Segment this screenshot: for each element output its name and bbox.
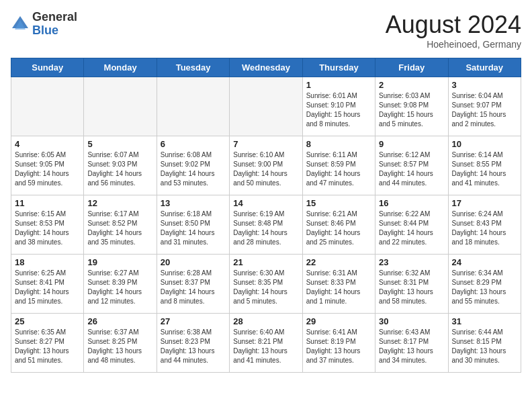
day-number: 23 bbox=[379, 257, 444, 267]
logo-blue: Blue bbox=[32, 24, 58, 37]
calendar-cell: 11Sunrise: 6:15 AM Sunset: 8:53 PM Dayli… bbox=[11, 195, 84, 255]
day-info: Sunrise: 6:03 AM Sunset: 9:08 PM Dayligh… bbox=[379, 91, 444, 129]
calendar-cell: 20Sunrise: 6:28 AM Sunset: 8:37 PM Dayli… bbox=[157, 255, 229, 314]
calendar-cell: 22Sunrise: 6:31 AM Sunset: 8:33 PM Dayli… bbox=[302, 255, 375, 314]
calendar-cell: 9Sunrise: 6:12 AM Sunset: 8:57 PM Daylig… bbox=[375, 136, 448, 195]
calendar-header: SundayMondayTuesdayWednesdayThursdayFrid… bbox=[11, 58, 521, 77]
day-number: 25 bbox=[15, 316, 80, 326]
day-info: Sunrise: 6:43 AM Sunset: 8:17 PM Dayligh… bbox=[379, 328, 444, 365]
calendar-cell bbox=[230, 77, 302, 136]
day-info: Sunrise: 6:11 AM Sunset: 8:59 PM Dayligh… bbox=[306, 150, 371, 188]
day-number: 17 bbox=[452, 198, 517, 208]
calendar-cell: 28Sunrise: 6:40 AM Sunset: 8:21 PM Dayli… bbox=[230, 314, 302, 373]
logo-text: General Blue bbox=[32, 11, 77, 38]
day-number: 22 bbox=[306, 257, 371, 267]
day-info: Sunrise: 6:25 AM Sunset: 8:41 PM Dayligh… bbox=[15, 269, 80, 306]
day-info: Sunrise: 6:44 AM Sunset: 8:15 PM Dayligh… bbox=[452, 328, 517, 365]
day-info: Sunrise: 6:08 AM Sunset: 9:02 PM Dayligh… bbox=[161, 150, 226, 188]
day-info: Sunrise: 6:12 AM Sunset: 8:57 PM Dayligh… bbox=[379, 150, 444, 188]
day-info: Sunrise: 6:28 AM Sunset: 8:37 PM Dayligh… bbox=[161, 269, 226, 306]
day-info: Sunrise: 6:10 AM Sunset: 9:00 PM Dayligh… bbox=[233, 150, 298, 188]
day-info: Sunrise: 6:30 AM Sunset: 8:35 PM Dayligh… bbox=[233, 269, 298, 306]
day-info: Sunrise: 6:22 AM Sunset: 8:44 PM Dayligh… bbox=[379, 210, 444, 247]
calendar-cell: 23Sunrise: 6:32 AM Sunset: 8:31 PM Dayli… bbox=[375, 255, 448, 314]
day-number: 4 bbox=[15, 139, 80, 149]
day-info: Sunrise: 6:37 AM Sunset: 8:25 PM Dayligh… bbox=[87, 328, 152, 365]
weekday-header-tuesday: Tuesday bbox=[157, 58, 229, 77]
day-number: 16 bbox=[379, 198, 444, 208]
day-number: 19 bbox=[87, 257, 152, 267]
calendar-cell: 25Sunrise: 6:35 AM Sunset: 8:27 PM Dayli… bbox=[11, 314, 84, 373]
logo-icon bbox=[11, 15, 30, 34]
day-number: 31 bbox=[452, 316, 517, 326]
calendar-week-1: 1Sunrise: 6:01 AM Sunset: 9:10 PM Daylig… bbox=[11, 77, 521, 136]
calendar-cell: 24Sunrise: 6:34 AM Sunset: 8:29 PM Dayli… bbox=[448, 255, 521, 314]
weekday-header-monday: Monday bbox=[84, 58, 157, 77]
day-info: Sunrise: 6:17 AM Sunset: 8:52 PM Dayligh… bbox=[87, 210, 152, 247]
location: Hoeheinoed, Germany bbox=[386, 39, 521, 50]
day-number: 15 bbox=[306, 198, 371, 208]
calendar-cell: 17Sunrise: 6:24 AM Sunset: 8:43 PM Dayli… bbox=[448, 195, 521, 255]
calendar-cell: 15Sunrise: 6:21 AM Sunset: 8:46 PM Dayli… bbox=[302, 195, 375, 255]
calendar-cell: 31Sunrise: 6:44 AM Sunset: 8:15 PM Dayli… bbox=[448, 314, 521, 373]
calendar-cell: 19Sunrise: 6:27 AM Sunset: 8:39 PM Dayli… bbox=[84, 255, 157, 314]
logo-general: General bbox=[32, 10, 77, 24]
day-number: 14 bbox=[233, 198, 298, 208]
day-info: Sunrise: 6:32 AM Sunset: 8:31 PM Dayligh… bbox=[379, 269, 444, 306]
day-number: 3 bbox=[452, 80, 517, 90]
calendar-cell: 2Sunrise: 6:03 AM Sunset: 9:08 PM Daylig… bbox=[375, 77, 448, 136]
calendar-cell: 27Sunrise: 6:38 AM Sunset: 8:23 PM Dayli… bbox=[157, 314, 229, 373]
day-number: 7 bbox=[233, 139, 298, 149]
calendar-cell: 16Sunrise: 6:22 AM Sunset: 8:44 PM Dayli… bbox=[375, 195, 448, 255]
day-number: 18 bbox=[15, 257, 80, 267]
day-info: Sunrise: 6:31 AM Sunset: 8:33 PM Dayligh… bbox=[306, 269, 371, 306]
calendar-table: SundayMondayTuesdayWednesdayThursdayFrid… bbox=[11, 58, 521, 373]
day-info: Sunrise: 6:04 AM Sunset: 9:07 PM Dayligh… bbox=[452, 91, 517, 129]
weekday-header-wednesday: Wednesday bbox=[230, 58, 302, 77]
calendar-cell: 13Sunrise: 6:18 AM Sunset: 8:50 PM Dayli… bbox=[157, 195, 229, 255]
day-number: 6 bbox=[161, 139, 226, 149]
day-info: Sunrise: 6:24 AM Sunset: 8:43 PM Dayligh… bbox=[452, 210, 517, 247]
day-number: 5 bbox=[87, 139, 152, 149]
day-number: 11 bbox=[15, 198, 80, 208]
day-number: 9 bbox=[379, 139, 444, 149]
day-number: 13 bbox=[161, 198, 226, 208]
month-title: August 2024 bbox=[386, 11, 521, 39]
day-info: Sunrise: 6:21 AM Sunset: 8:46 PM Dayligh… bbox=[306, 210, 371, 247]
calendar-cell: 26Sunrise: 6:37 AM Sunset: 8:25 PM Dayli… bbox=[84, 314, 157, 373]
calendar-cell bbox=[11, 77, 84, 136]
day-number: 20 bbox=[161, 257, 226, 267]
day-info: Sunrise: 6:05 AM Sunset: 9:05 PM Dayligh… bbox=[15, 150, 80, 188]
weekday-header-saturday: Saturday bbox=[448, 58, 521, 77]
logo: General Blue bbox=[11, 11, 77, 38]
calendar-week-3: 11Sunrise: 6:15 AM Sunset: 8:53 PM Dayli… bbox=[11, 195, 521, 255]
weekday-header-friday: Friday bbox=[375, 58, 448, 77]
day-number: 1 bbox=[306, 80, 371, 90]
weekday-header-sunday: Sunday bbox=[11, 58, 84, 77]
calendar-cell: 6Sunrise: 6:08 AM Sunset: 9:02 PM Daylig… bbox=[157, 136, 229, 195]
calendar-cell: 29Sunrise: 6:41 AM Sunset: 8:19 PM Dayli… bbox=[302, 314, 375, 373]
calendar-cell: 1Sunrise: 6:01 AM Sunset: 9:10 PM Daylig… bbox=[302, 77, 375, 136]
calendar-cell: 3Sunrise: 6:04 AM Sunset: 9:07 PM Daylig… bbox=[448, 77, 521, 136]
calendar-cell: 7Sunrise: 6:10 AM Sunset: 9:00 PM Daylig… bbox=[230, 136, 302, 195]
day-number: 10 bbox=[452, 139, 517, 149]
day-number: 28 bbox=[233, 316, 298, 326]
calendar-body: 1Sunrise: 6:01 AM Sunset: 9:10 PM Daylig… bbox=[11, 77, 521, 373]
day-info: Sunrise: 6:19 AM Sunset: 8:48 PM Dayligh… bbox=[233, 210, 298, 247]
day-info: Sunrise: 6:01 AM Sunset: 9:10 PM Dayligh… bbox=[306, 91, 371, 129]
calendar-cell: 5Sunrise: 6:07 AM Sunset: 9:03 PM Daylig… bbox=[84, 136, 157, 195]
day-number: 21 bbox=[233, 257, 298, 267]
calendar-cell: 14Sunrise: 6:19 AM Sunset: 8:48 PM Dayli… bbox=[230, 195, 302, 255]
day-info: Sunrise: 6:38 AM Sunset: 8:23 PM Dayligh… bbox=[161, 328, 226, 365]
day-info: Sunrise: 6:07 AM Sunset: 9:03 PM Dayligh… bbox=[87, 150, 152, 188]
calendar-cell: 4Sunrise: 6:05 AM Sunset: 9:05 PM Daylig… bbox=[11, 136, 84, 195]
calendar-cell: 18Sunrise: 6:25 AM Sunset: 8:41 PM Dayli… bbox=[11, 255, 84, 314]
day-info: Sunrise: 6:41 AM Sunset: 8:19 PM Dayligh… bbox=[306, 328, 371, 365]
day-info: Sunrise: 6:15 AM Sunset: 8:53 PM Dayligh… bbox=[15, 210, 80, 247]
day-info: Sunrise: 6:35 AM Sunset: 8:27 PM Dayligh… bbox=[15, 328, 80, 365]
calendar-cell: 12Sunrise: 6:17 AM Sunset: 8:52 PM Dayli… bbox=[84, 195, 157, 255]
day-number: 12 bbox=[87, 198, 152, 208]
title-block: August 2024 Hoeheinoed, Germany bbox=[386, 11, 521, 50]
calendar-cell bbox=[157, 77, 229, 136]
day-number: 2 bbox=[379, 80, 444, 90]
